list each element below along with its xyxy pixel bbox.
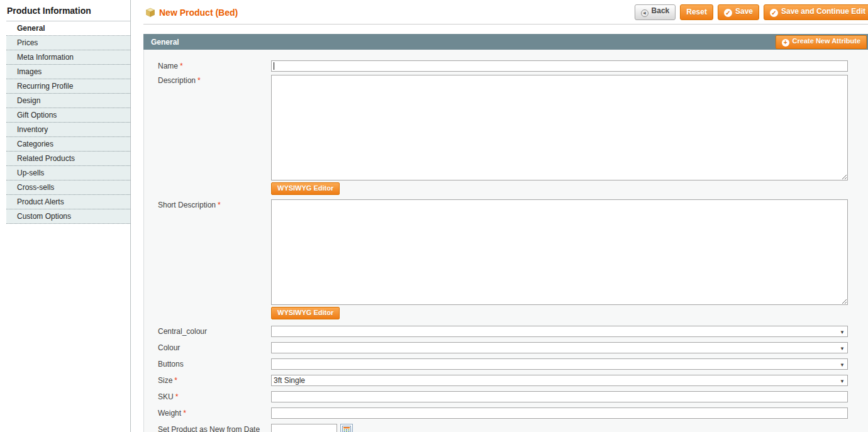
new-from-date-row: Set Product as New from Date xyxy=(158,424,848,432)
name-row: Name* xyxy=(158,60,848,72)
short-description-wysiwyg-row: WYSIWYG Editor xyxy=(158,307,848,319)
sku-row: SKU* xyxy=(158,391,848,402)
size-label: Size xyxy=(158,376,172,385)
sku-label: SKU xyxy=(158,392,174,401)
save-continue-check-icon: ✓ xyxy=(770,9,778,17)
sidebar-item-meta-information[interactable]: Meta Information xyxy=(6,50,130,65)
sidebar-tabs: General Prices Meta Information Images R… xyxy=(6,21,130,224)
buttons-row: Buttons ▼ xyxy=(158,358,848,370)
description-row: Description* xyxy=(158,75,848,182)
sidebar-title: Product Information xyxy=(7,6,130,16)
sidebar-item-design[interactable]: Design xyxy=(6,94,130,108)
required-marker: * xyxy=(218,201,221,209)
general-section: General +Create New Attribute Name* Desc… xyxy=(143,34,868,432)
sidebar-item-prices[interactable]: Prices xyxy=(6,36,130,50)
sidebar-item-gift-options[interactable]: Gift Options xyxy=(6,108,130,123)
central-colour-row: Central_colour ▼ xyxy=(158,326,848,337)
page-title-text: New Product (Bed) xyxy=(159,8,238,18)
page: Product Information General Prices Meta … xyxy=(0,0,868,432)
name-label: Name xyxy=(158,62,178,70)
text-caret xyxy=(274,62,274,70)
create-new-attribute-button[interactable]: +Create New Attribute xyxy=(776,35,867,49)
section-title: General xyxy=(151,38,179,47)
save-and-continue-button[interactable]: ✓Save and Continue Edit xyxy=(764,4,868,20)
description-textarea[interactable] xyxy=(271,75,848,180)
wysiwyg-editor-button[interactable]: WYSIWYG Editor xyxy=(271,182,340,195)
weight-label: Weight xyxy=(158,409,181,418)
name-field[interactable] xyxy=(271,60,848,72)
colour-select[interactable] xyxy=(271,342,848,353)
sidebar-item-up-sells[interactable]: Up-sells xyxy=(6,166,130,180)
sidebar-item-related-products[interactable]: Related Products xyxy=(6,152,130,166)
save-button[interactable]: ✓Save xyxy=(718,4,759,20)
weight-row: Weight* xyxy=(158,407,848,419)
required-marker: * xyxy=(175,392,179,401)
add-icon: + xyxy=(782,39,789,47)
sku-field[interactable] xyxy=(271,391,848,402)
new-from-date-label: Set Product as New from Date xyxy=(158,424,271,432)
page-title: New Product (Bed) xyxy=(145,8,238,18)
calendar-button[interactable] xyxy=(340,424,353,432)
colour-label: Colour xyxy=(158,342,271,353)
sidebar: Product Information General Prices Meta … xyxy=(0,0,131,432)
calendar-icon xyxy=(342,426,351,432)
size-select[interactable]: 3ft Single xyxy=(271,375,848,386)
sidebar-item-categories[interactable]: Categories xyxy=(6,137,130,152)
main-content: New Product (Bed) ◂Back Reset ✓Save ✓Sav… xyxy=(131,0,868,432)
central-colour-select[interactable] xyxy=(271,326,848,337)
general-section-header: General +Create New Attribute xyxy=(143,34,868,50)
description-wysiwyg-row: WYSIWYG Editor xyxy=(158,182,848,195)
required-marker: * xyxy=(174,376,177,385)
short-description-row: Short Description* xyxy=(158,199,848,307)
package-box-icon xyxy=(145,8,155,18)
colour-row: Colour ▼ xyxy=(158,342,848,353)
back-icon: ◂ xyxy=(641,9,648,17)
sidebar-item-custom-options[interactable]: Custom Options xyxy=(6,209,130,224)
sidebar-item-cross-sells[interactable]: Cross-sells xyxy=(6,180,130,195)
wysiwyg-editor-button[interactable]: WYSIWYG Editor xyxy=(271,307,340,319)
buttons-select[interactable] xyxy=(271,358,848,370)
sidebar-item-general[interactable]: General xyxy=(6,21,130,36)
weight-field[interactable] xyxy=(271,407,848,419)
required-marker: * xyxy=(183,409,186,418)
description-label: Description xyxy=(158,76,196,85)
sidebar-item-images[interactable]: Images xyxy=(6,65,130,79)
reset-button[interactable]: Reset xyxy=(680,4,713,20)
buttons-label: Buttons xyxy=(158,358,271,370)
header-buttons: ◂Back Reset ✓Save ✓Save and Continue Edi… xyxy=(635,4,868,20)
required-marker: * xyxy=(180,62,183,70)
sidebar-item-product-alerts[interactable]: Product Alerts xyxy=(6,195,130,209)
sidebar-item-recurring-profile[interactable]: Recurring Profile xyxy=(6,79,130,94)
size-row: Size* 3ft Single ▼ xyxy=(158,375,848,386)
content-header: New Product (Bed) ◂Back Reset ✓Save ✓Sav… xyxy=(143,0,868,25)
general-fieldset: Name* Description* xyxy=(143,50,868,432)
save-check-icon: ✓ xyxy=(724,9,732,17)
short-description-textarea[interactable] xyxy=(271,199,848,305)
new-from-date-field[interactable] xyxy=(271,424,337,432)
short-description-label: Short Description xyxy=(158,201,216,209)
back-button[interactable]: ◂Back xyxy=(635,4,676,20)
required-marker: * xyxy=(198,76,201,85)
central-colour-label: Central_colour xyxy=(158,326,271,337)
sidebar-item-inventory[interactable]: Inventory xyxy=(6,123,130,137)
